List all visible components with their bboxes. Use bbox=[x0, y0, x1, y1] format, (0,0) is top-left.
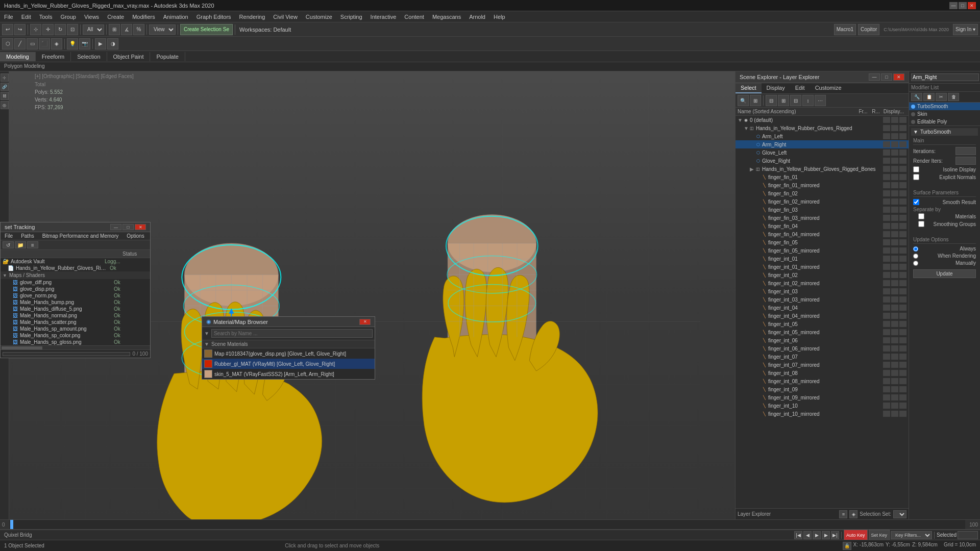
se-collapse-all-btn[interactable]: ⊟ bbox=[790, 95, 801, 106]
sb-lock-btn[interactable]: 🔒 bbox=[843, 542, 851, 550]
tree-col-22-2[interactable] bbox=[899, 296, 906, 303]
tree-col-32-0[interactable] bbox=[883, 378, 890, 384]
tree-item-10[interactable]: ╲finger_fin_02_mirrored bbox=[736, 197, 909, 206]
left-select-btn[interactable]: ⊹ bbox=[1, 73, 9, 82]
at-close-btn[interactable]: ✕ bbox=[135, 224, 146, 230]
at-map-item-4[interactable]: 🖼 Male_Hands_diffuse_5.png Ok bbox=[1, 306, 150, 312]
tree-col-20-0[interactable] bbox=[883, 280, 890, 286]
at-menu-file[interactable]: File bbox=[1, 232, 17, 240]
tree-item-8[interactable]: ╲finger_fin_01_mirrored bbox=[736, 181, 909, 189]
ts-explicit-check[interactable] bbox=[913, 174, 919, 180]
tree-col-22-1[interactable] bbox=[891, 296, 898, 303]
mb-material-0[interactable]: Map #1018347(glove_disp.png) [Glove_Left… bbox=[202, 348, 375, 359]
mb-material-1[interactable]: Rubber_gl_MAT (VRayMtl) [Glove_Left, Glo… bbox=[202, 359, 375, 369]
tree-col-33-0[interactable] bbox=[883, 386, 890, 392]
se-search-btn[interactable]: 🔍 bbox=[738, 95, 749, 106]
menu-item-rendering[interactable]: Rendering bbox=[235, 13, 270, 21]
tree-col-28-2[interactable] bbox=[899, 345, 906, 352]
tree-col-10-2[interactable] bbox=[899, 198, 906, 205]
tree-expand-0[interactable]: ▼ bbox=[738, 117, 743, 123]
tree-col-13-2[interactable] bbox=[899, 223, 906, 229]
se-tab-customize[interactable]: Customize bbox=[810, 83, 847, 93]
close-button[interactable]: ✕ bbox=[968, 2, 976, 9]
tree-col-33-2[interactable] bbox=[899, 386, 906, 392]
tree-item-19[interactable]: ╲finger_int_02 bbox=[736, 271, 909, 279]
next-frame-btn[interactable]: ▶ bbox=[822, 531, 830, 539]
tree-col-2-2[interactable] bbox=[899, 133, 906, 139]
at-menu-options[interactable]: Options bbox=[122, 232, 148, 240]
ts-manually-radio[interactable] bbox=[913, 261, 918, 266]
at-map-item-6[interactable]: 🖼 Male_Hands_scatter.png Ok bbox=[1, 319, 150, 325]
tree-col-13-1[interactable] bbox=[891, 223, 898, 229]
material-editor-button[interactable]: ◑ bbox=[107, 38, 118, 49]
menu-item-file[interactable]: File bbox=[0, 13, 17, 21]
tree-item-2[interactable]: ⬡Arm_Left bbox=[736, 132, 909, 140]
at-map-item-9[interactable]: 🖼 Male_Hands_sp_gloss.png Ok bbox=[1, 339, 150, 345]
at-scrollbar-thumb[interactable] bbox=[2, 346, 42, 349]
snap-toggle-button[interactable]: ⊞ bbox=[109, 24, 120, 35]
move-button[interactable]: ✛ bbox=[42, 24, 54, 35]
tree-col-4-1[interactable] bbox=[891, 149, 898, 156]
ts-smooth-result-check[interactable] bbox=[913, 199, 919, 205]
tree-item-31[interactable]: ╲finger_int_08 bbox=[736, 369, 909, 377]
tree-col-17-0[interactable] bbox=[883, 256, 890, 262]
tree-col-8-2[interactable] bbox=[899, 182, 906, 188]
tree-expand-6[interactable]: ▶ bbox=[750, 166, 755, 172]
tree-col-28-0[interactable] bbox=[883, 345, 890, 352]
timeline-marker[interactable] bbox=[10, 520, 13, 529]
prop-btn-4[interactable]: 🗑 bbox=[948, 93, 959, 101]
menu-item-tools[interactable]: Tools bbox=[35, 13, 57, 21]
tree-col-4-0[interactable] bbox=[883, 149, 890, 156]
modifier-item-turbosmooth[interactable]: TurboSmooth bbox=[909, 103, 980, 110]
tree-col-6-1[interactable] bbox=[891, 166, 898, 172]
at-folder-btn[interactable]: 📁 bbox=[15, 241, 26, 248]
menu-item-interactive[interactable]: Interactive bbox=[366, 13, 401, 21]
tree-item-16[interactable]: ╲finger_fin_05_mirrored bbox=[736, 246, 909, 255]
tree-col-30-1[interactable] bbox=[891, 362, 898, 368]
tree-item-26[interactable]: ╲finger_int_05_mirrored bbox=[736, 328, 909, 336]
tree-col-31-2[interactable] bbox=[899, 370, 906, 376]
angle-snap-button[interactable]: ∡ bbox=[121, 24, 132, 35]
se-more-btn[interactable]: ⋯ bbox=[815, 95, 826, 106]
at-map-item-0[interactable]: 🖼 glove_diff.png Ok bbox=[1, 279, 150, 286]
at-map-item-5[interactable]: 🖼 Male_Hands_normal.png Ok bbox=[1, 312, 150, 319]
at-maximize-btn[interactable]: □ bbox=[122, 224, 134, 230]
tree-col-31-1[interactable] bbox=[891, 370, 898, 376]
menu-item-views[interactable]: Views bbox=[80, 13, 103, 21]
tree-item-20[interactable]: ╲finger_int_02_mirrored bbox=[736, 279, 909, 287]
tree-col-27-1[interactable] bbox=[891, 337, 898, 343]
tree-col-19-2[interactable] bbox=[899, 272, 906, 278]
menu-item-arnold[interactable]: Arnold bbox=[465, 13, 489, 21]
tree-col-30-2[interactable] bbox=[899, 362, 906, 368]
tree-col-33-1[interactable] bbox=[891, 386, 898, 392]
se-close-btn[interactable]: ✕ bbox=[893, 73, 904, 81]
menu-item-megascans[interactable]: Megascans bbox=[428, 13, 465, 21]
tree-col-19-0[interactable] bbox=[883, 272, 890, 278]
ts-iterations-input[interactable]: 0 bbox=[955, 147, 976, 155]
se-tab-edit[interactable]: Edit bbox=[790, 83, 810, 93]
tree-col-4-2[interactable] bbox=[899, 149, 906, 156]
at-map-item-8[interactable]: 🖼 Male_Hands_sp_color.png Ok bbox=[1, 332, 150, 339]
tree-col-16-2[interactable] bbox=[899, 247, 906, 254]
tree-col-12-1[interactable] bbox=[891, 215, 898, 221]
tree-col-20-2[interactable] bbox=[899, 280, 906, 286]
sub-object-border[interactable]: ▭ bbox=[27, 38, 38, 49]
tree-col-14-1[interactable] bbox=[891, 231, 898, 237]
at-map-item-1[interactable]: 🖼 glove_disp.png Ok bbox=[1, 286, 150, 292]
tree-item-24[interactable]: ╲finger_int_04_mirrored bbox=[736, 312, 909, 320]
tree-expand-1[interactable]: ▼ bbox=[744, 126, 749, 131]
tree-col-25-1[interactable] bbox=[891, 321, 898, 327]
tree-col-24-0[interactable] bbox=[883, 313, 890, 319]
tree-col-34-2[interactable] bbox=[899, 394, 906, 400]
tab-selection[interactable]: Selection bbox=[71, 52, 107, 61]
menu-item-group[interactable]: Group bbox=[56, 13, 80, 21]
tree-col-10-0[interactable] bbox=[883, 198, 890, 205]
tab-object-paint[interactable]: Object Paint bbox=[107, 52, 151, 61]
tree-col-25-0[interactable] bbox=[883, 321, 890, 327]
menu-item-create[interactable]: Create bbox=[103, 13, 128, 21]
object-name-input[interactable] bbox=[911, 73, 979, 81]
menu-item-graph-editors[interactable]: Graph Editors bbox=[192, 13, 235, 21]
tree-col-24-1[interactable] bbox=[891, 313, 898, 319]
sub-object-edge[interactable]: ╱ bbox=[14, 38, 26, 49]
at-map-item-2[interactable]: 🖼 glove_norm.png Ok bbox=[1, 292, 150, 299]
